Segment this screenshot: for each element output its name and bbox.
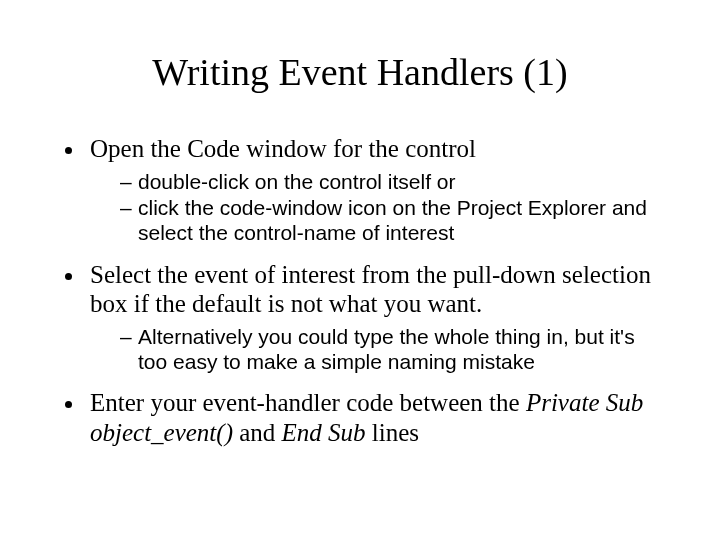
bullet-text-mid: and [233, 419, 282, 446]
bullet-item: Select the event of interest from the pu… [86, 260, 660, 375]
bullet-item: Enter your event-handler code between th… [86, 388, 660, 447]
sub-list: Alternatively you could type the whole t… [90, 325, 660, 375]
sub-item: Alternatively you could type the whole t… [120, 325, 660, 375]
slide-title: Writing Event Handlers (1) [60, 50, 660, 94]
sub-list: double-click on the control itself or cl… [90, 170, 660, 246]
bullet-list: Open the Code window for the control dou… [60, 134, 660, 447]
sub-item: click the code-window icon on the Projec… [120, 196, 660, 246]
italic-text: End Sub [282, 419, 366, 446]
bullet-item: Open the Code window for the control dou… [86, 134, 660, 246]
bullet-text: Open the Code window for the control [90, 135, 476, 162]
sub-item: double-click on the control itself or [120, 170, 660, 195]
slide: Writing Event Handlers (1) Open the Code… [0, 0, 720, 540]
bullet-text-pre: Enter your event-handler code between th… [90, 389, 526, 416]
bullet-text-post: lines [366, 419, 419, 446]
bullet-text: Select the event of interest from the pu… [90, 261, 651, 318]
